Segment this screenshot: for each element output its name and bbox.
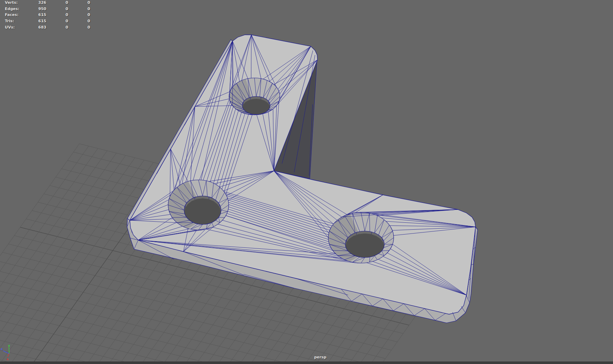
hud-value-component: 0 [68, 7, 90, 11]
axis-y-label: y [8, 344, 10, 347]
scene-canvas[interactable]: yzx [0, 0, 613, 364]
hud-row-tris: Tris: 615 0 0 [0, 19, 97, 25]
hud-value-total: 683 [24, 25, 46, 30]
hud-value-component: 0 [68, 25, 90, 30]
hud-value-component: 0 [68, 19, 90, 23]
hud-label: UVs: [5, 25, 15, 30]
hud-row-verts: Verts: 326 0 0 [0, 0, 97, 7]
hud-value-selected: 0 [46, 19, 68, 23]
hud-value-selected: 0 [46, 0, 68, 5]
hud-label: Edges: [5, 7, 19, 11]
hud-value-selected: 0 [46, 7, 68, 11]
camera-name-label: persp [294, 355, 346, 359]
hud-value-selected: 0 [46, 25, 68, 30]
axis-x-label: x [7, 357, 9, 361]
hud-value-total: 615 [24, 13, 46, 17]
hud-value-total: 326 [24, 0, 46, 5]
hud-value-component: 0 [68, 0, 90, 5]
hud-value-component: 0 [68, 13, 90, 17]
hud-row-uvs: UVs: 683 0 0 [0, 25, 97, 31]
hud-row-faces: Faces: 615 0 0 [0, 13, 97, 19]
hud-value-total: 615 [24, 19, 46, 23]
hud-row-edges: Edges: 950 0 0 [0, 7, 97, 13]
hud-label: Verts: [5, 0, 18, 5]
hud-label: Faces: [5, 13, 18, 17]
hud-label: Tris: [5, 19, 14, 23]
axis-z-label: z [1, 347, 2, 351]
viewport-bottom-bar [0, 362, 613, 364]
viewport-3d[interactable]: yzx Verts: 326 0 0 Edges: 950 0 0 Faces:… [0, 0, 613, 364]
hud-value-selected: 0 [46, 13, 68, 17]
hud-value-total: 950 [24, 7, 46, 11]
